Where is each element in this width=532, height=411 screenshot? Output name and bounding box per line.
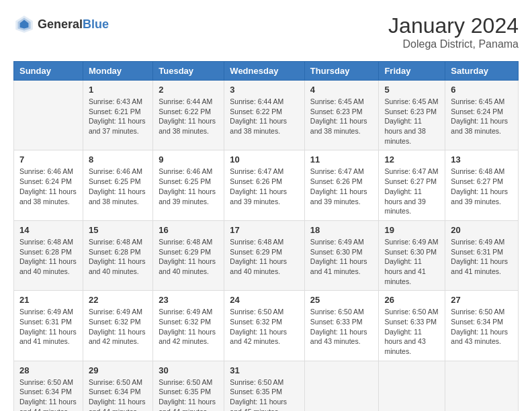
cell-week4-day6: 27 Sunrise: 6:50 AM Sunset: 6:34 PM Dayl… [445,291,519,361]
sunrise: Sunrise: 6:45 AM [310,97,364,105]
day-info: Sunrise: 6:44 AM Sunset: 6:22 PM Dayligh… [230,97,299,136]
day-info: Sunrise: 6:50 AM Sunset: 6:33 PM Dayligh… [310,307,373,347]
header-tuesday: Tuesday [153,62,224,81]
day-info: Sunrise: 6:45 AM Sunset: 6:23 PM Dayligh… [384,97,439,146]
week-row-4: 21 Sunrise: 6:49 AM Sunset: 6:31 PM Dayl… [14,291,519,361]
daylight: Daylight: 11 hours and 39 minutes. [159,187,216,205]
daylight: Daylight: 11 hours and 43 minutes. [451,328,508,346]
sunrise: Sunrise: 6:50 AM [19,378,73,386]
day-number: 14 [19,225,77,235]
cell-week3-day0: 14 Sunrise: 6:48 AM Sunset: 6:28 PM Dayl… [14,220,83,290]
daylight: Daylight: 11 hours and 40 minutes. [230,257,287,275]
sunrise: Sunrise: 6:48 AM [230,238,283,246]
day-info: Sunrise: 6:50 AM Sunset: 6:34 PM Dayligh… [451,307,513,347]
sunrise: Sunrise: 6:46 AM [19,167,73,175]
sunrise: Sunrise: 6:50 AM [159,378,212,386]
day-info: Sunrise: 6:47 AM Sunset: 6:27 PM Dayligh… [384,167,439,216]
daylight: Daylight: 11 hours and 39 minutes. [451,187,508,205]
day-number: 8 [89,154,147,165]
sunrise: Sunrise: 6:50 AM [230,308,283,316]
daylight: Daylight: 11 hours and 37 minutes. [89,117,146,135]
header-wednesday: Wednesday [224,62,305,81]
daylight: Daylight: 11 hours and 40 minutes. [89,257,146,275]
sunset: Sunset: 6:27 PM [384,177,437,185]
sunset: Sunset: 6:33 PM [310,318,363,326]
day-number: 12 [384,154,439,165]
sunset: Sunset: 6:24 PM [451,107,503,116]
sunrise: Sunrise: 6:45 AM [384,97,438,105]
week-row-5: 28 Sunrise: 6:50 AM Sunset: 6:34 PM Dayl… [14,361,519,411]
sunrise: Sunrise: 6:50 AM [89,378,142,386]
sunset: Sunset: 6:22 PM [230,107,282,116]
sunrise: Sunrise: 6:47 AM [310,167,364,175]
sunrise: Sunrise: 6:49 AM [19,308,73,316]
day-info: Sunrise: 6:50 AM Sunset: 6:33 PM Dayligh… [384,307,439,356]
day-number: 9 [159,154,218,165]
logo: GeneralBlue [13,13,109,35]
daylight: Daylight: 11 hours and 38 minutes. [310,117,367,135]
cell-week2-day6: 13 Sunrise: 6:48 AM Sunset: 6:27 PM Dayl… [445,150,519,220]
day-number: 11 [310,154,373,165]
cell-week1-day2: 2 Sunrise: 6:44 AM Sunset: 6:22 PM Dayli… [153,81,224,150]
sunset: Sunset: 6:22 PM [159,107,211,116]
daylight: Daylight: 11 hours and 39 minutes. [310,187,367,205]
header-friday: Friday [379,62,445,81]
day-info: Sunrise: 6:49 AM Sunset: 6:31 PM Dayligh… [451,237,513,277]
day-info: Sunrise: 6:47 AM Sunset: 6:26 PM Dayligh… [230,167,299,206]
cell-week5-day5 [379,361,445,411]
week-row-1: 1 Sunrise: 6:43 AM Sunset: 6:21 PM Dayli… [14,81,519,150]
sunset: Sunset: 6:27 PM [451,177,503,185]
calendar-header-row: Sunday Monday Tuesday Wednesday Thursday… [14,62,519,81]
sunrise: Sunrise: 6:50 AM [310,308,364,316]
daylight: Daylight: 11 hours and 45 minutes. [230,398,287,411]
day-number: 7 [19,154,77,165]
day-number: 27 [451,295,513,305]
daylight: Daylight: 11 hours and 39 minutes. [384,187,425,215]
daylight: Daylight: 11 hours and 41 minutes. [19,328,77,346]
cell-week1-day3: 3 Sunrise: 6:44 AM Sunset: 6:22 PM Dayli… [224,81,305,150]
cell-week2-day0: 7 Sunrise: 6:46 AM Sunset: 6:24 PM Dayli… [14,150,83,220]
cell-week3-day2: 16 Sunrise: 6:48 AM Sunset: 6:29 PM Dayl… [153,220,224,290]
cell-week2-day5: 12 Sunrise: 6:47 AM Sunset: 6:27 PM Dayl… [379,150,445,220]
sunset: Sunset: 6:24 PM [19,177,72,185]
day-number: 22 [89,295,147,305]
sunrise: Sunrise: 6:50 AM [451,308,504,316]
sunset: Sunset: 6:31 PM [19,318,72,326]
sunrise: Sunrise: 6:46 AM [159,167,212,175]
cell-week3-day4: 18 Sunrise: 6:49 AM Sunset: 6:30 PM Dayl… [304,220,379,290]
day-info: Sunrise: 6:48 AM Sunset: 6:27 PM Dayligh… [451,167,513,206]
cell-week4-day1: 22 Sunrise: 6:49 AM Sunset: 6:32 PM Dayl… [83,291,152,361]
sunrise: Sunrise: 6:48 AM [159,238,212,246]
sunrise: Sunrise: 6:48 AM [451,167,504,175]
day-info: Sunrise: 6:49 AM Sunset: 6:32 PM Dayligh… [89,307,147,347]
sunset: Sunset: 6:29 PM [159,248,211,256]
sunset: Sunset: 6:30 PM [310,248,363,256]
day-info: Sunrise: 6:43 AM Sunset: 6:21 PM Dayligh… [89,97,147,136]
cell-week4-day2: 23 Sunrise: 6:49 AM Sunset: 6:32 PM Dayl… [153,291,224,361]
day-info: Sunrise: 6:47 AM Sunset: 6:26 PM Dayligh… [310,167,373,206]
day-number: 25 [310,295,373,305]
sunset: Sunset: 6:34 PM [89,387,141,396]
daylight: Daylight: 11 hours and 44 minutes. [159,398,216,411]
daylight: Daylight: 11 hours and 41 minutes. [451,257,508,275]
header-sunday: Sunday [14,62,83,81]
sunset: Sunset: 6:29 PM [230,248,282,256]
sunrise: Sunrise: 6:43 AM [89,97,142,105]
sunset: Sunset: 6:26 PM [310,177,363,185]
cell-week4-day0: 21 Sunrise: 6:49 AM Sunset: 6:31 PM Dayl… [14,291,83,361]
sunset: Sunset: 6:32 PM [159,318,211,326]
cell-week3-day3: 17 Sunrise: 6:48 AM Sunset: 6:29 PM Dayl… [224,220,305,290]
sunset: Sunset: 6:28 PM [19,248,72,256]
daylight: Daylight: 11 hours and 42 minutes. [89,328,146,346]
cell-week3-day1: 15 Sunrise: 6:48 AM Sunset: 6:28 PM Dayl… [83,220,152,290]
day-info: Sunrise: 6:50 AM Sunset: 6:32 PM Dayligh… [230,307,299,347]
day-info: Sunrise: 6:46 AM Sunset: 6:25 PM Dayligh… [159,167,218,206]
day-number: 30 [159,365,218,375]
day-number: 20 [451,225,513,235]
day-number: 10 [230,154,299,165]
sunrise: Sunrise: 6:48 AM [19,238,73,246]
day-info: Sunrise: 6:45 AM Sunset: 6:24 PM Dayligh… [451,97,513,136]
cell-week5-day3: 31 Sunrise: 6:50 AM Sunset: 6:35 PM Dayl… [224,361,305,411]
day-number: 16 [159,225,218,235]
sunset: Sunset: 6:35 PM [230,387,282,396]
